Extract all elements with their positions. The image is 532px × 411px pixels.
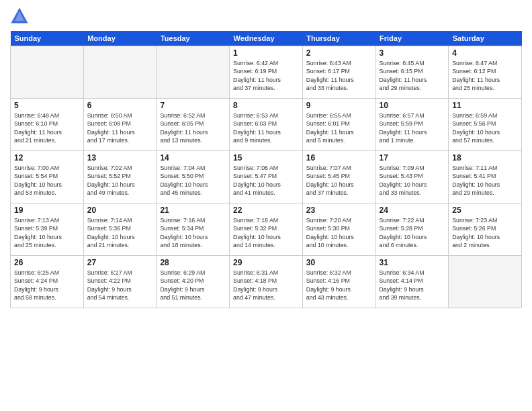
day-number: 15 [233,153,299,163]
calendar-cell: 31Sunrise: 6:34 AM Sunset: 4:14 PM Dayli… [375,256,449,308]
logo [10,7,32,26]
calendar-cell: 28Sunrise: 6:29 AM Sunset: 4:20 PM Dayli… [157,256,230,308]
calendar-cell: 6Sunrise: 6:50 AM Sunset: 6:08 PM Daylig… [83,99,157,151]
day-number: 12 [14,153,80,163]
calendar-cell: 25Sunrise: 7:23 AM Sunset: 5:26 PM Dayli… [449,203,522,256]
calendar-cell: 16Sunrise: 7:07 AM Sunset: 5:45 PM Dayli… [302,151,375,203]
calendar-cell: 5Sunrise: 6:48 AM Sunset: 6:10 PM Daylig… [11,99,84,151]
weekday-header-sunday: Sunday [11,31,84,46]
day-number: 3 [380,48,445,58]
calendar-cell [11,46,84,99]
day-number: 29 [233,258,299,267]
weekday-header-wednesday: Wednesday [230,31,303,46]
day-info: Sunrise: 6:59 AM Sunset: 5:56 PM Dayligh… [452,111,518,144]
day-info: Sunrise: 6:25 AM Sunset: 4:24 PM Dayligh… [14,269,80,302]
day-info: Sunrise: 7:04 AM Sunset: 5:50 PM Dayligh… [160,164,226,197]
day-info: Sunrise: 7:16 AM Sunset: 5:34 PM Dayligh… [160,216,226,249]
day-info: Sunrise: 6:45 AM Sunset: 6:15 PM Dayligh… [380,59,445,92]
day-info: Sunrise: 6:53 AM Sunset: 6:03 PM Dayligh… [233,111,299,144]
calendar-table: SundayMondayTuesdayWednesdayThursdayFrid… [10,31,522,308]
day-number: 6 [87,101,153,110]
day-number: 11 [452,101,518,110]
day-info: Sunrise: 7:00 AM Sunset: 5:54 PM Dayligh… [14,164,80,197]
calendar-cell: 12Sunrise: 7:00 AM Sunset: 5:54 PM Dayli… [11,151,84,203]
day-info: Sunrise: 6:52 AM Sunset: 6:05 PM Dayligh… [160,111,226,144]
header [10,7,522,26]
calendar-week-5: 26Sunrise: 6:25 AM Sunset: 4:24 PM Dayli… [11,256,522,308]
day-number: 14 [160,153,226,163]
day-number: 31 [380,258,445,267]
weekday-header-tuesday: Tuesday [157,31,230,46]
calendar-cell: 17Sunrise: 7:09 AM Sunset: 5:43 PM Dayli… [375,151,449,203]
day-number: 9 [306,101,372,110]
day-number: 24 [380,205,445,215]
day-number: 26 [14,258,80,267]
day-info: Sunrise: 6:34 AM Sunset: 4:14 PM Dayligh… [380,269,445,302]
day-info: Sunrise: 7:02 AM Sunset: 5:52 PM Dayligh… [87,164,153,197]
day-info: Sunrise: 7:13 AM Sunset: 5:39 PM Dayligh… [14,216,80,249]
day-info: Sunrise: 7:14 AM Sunset: 5:36 PM Dayligh… [87,216,153,249]
day-number: 10 [380,101,445,110]
page: SundayMondayTuesdayWednesdayThursdayFrid… [0,0,532,411]
day-info: Sunrise: 7:07 AM Sunset: 5:45 PM Dayligh… [306,164,372,197]
day-number: 25 [452,205,518,215]
calendar-cell: 13Sunrise: 7:02 AM Sunset: 5:52 PM Dayli… [83,151,157,203]
weekday-header-saturday: Saturday [449,31,522,46]
day-number: 4 [452,48,518,58]
calendar-cell: 21Sunrise: 7:16 AM Sunset: 5:34 PM Dayli… [157,203,230,256]
day-number: 21 [160,205,226,215]
day-number: 2 [306,48,372,58]
calendar-cell: 15Sunrise: 7:06 AM Sunset: 5:47 PM Dayli… [230,151,303,203]
day-info: Sunrise: 7:22 AM Sunset: 5:28 PM Dayligh… [380,216,445,249]
day-number: 18 [452,153,518,163]
day-number: 5 [14,101,80,110]
calendar-week-2: 5Sunrise: 6:48 AM Sunset: 6:10 PM Daylig… [11,99,522,151]
day-info: Sunrise: 7:23 AM Sunset: 5:26 PM Dayligh… [452,216,518,249]
day-info: Sunrise: 6:27 AM Sunset: 4:22 PM Dayligh… [87,269,153,302]
weekday-header-row: SundayMondayTuesdayWednesdayThursdayFrid… [11,31,522,46]
day-info: Sunrise: 6:47 AM Sunset: 6:12 PM Dayligh… [452,59,518,92]
calendar-cell: 4Sunrise: 6:47 AM Sunset: 6:12 PM Daylig… [449,46,522,99]
day-number: 27 [87,258,153,267]
day-info: Sunrise: 7:20 AM Sunset: 5:30 PM Dayligh… [306,216,372,249]
calendar-cell [157,46,230,99]
day-info: Sunrise: 6:48 AM Sunset: 6:10 PM Dayligh… [14,111,80,144]
day-info: Sunrise: 7:11 AM Sunset: 5:41 PM Dayligh… [452,164,518,197]
calendar-week-1: 1Sunrise: 6:42 AM Sunset: 6:19 PM Daylig… [11,46,522,99]
day-info: Sunrise: 7:09 AM Sunset: 5:43 PM Dayligh… [380,164,445,197]
day-number: 30 [306,258,372,267]
calendar-cell: 11Sunrise: 6:59 AM Sunset: 5:56 PM Dayli… [449,99,522,151]
weekday-header-thursday: Thursday [302,31,375,46]
day-info: Sunrise: 6:42 AM Sunset: 6:19 PM Dayligh… [233,59,299,92]
calendar-cell: 10Sunrise: 6:57 AM Sunset: 5:59 PM Dayli… [375,99,449,151]
calendar-cell: 2Sunrise: 6:43 AM Sunset: 6:17 PM Daylig… [302,46,375,99]
day-info: Sunrise: 6:43 AM Sunset: 6:17 PM Dayligh… [306,59,372,92]
calendar-cell: 3Sunrise: 6:45 AM Sunset: 6:15 PM Daylig… [375,46,449,99]
day-number: 1 [233,48,299,58]
day-number: 13 [87,153,153,163]
calendar-week-4: 19Sunrise: 7:13 AM Sunset: 5:39 PM Dayli… [11,203,522,256]
calendar-cell: 1Sunrise: 6:42 AM Sunset: 6:19 PM Daylig… [230,46,303,99]
day-info: Sunrise: 6:29 AM Sunset: 4:20 PM Dayligh… [160,269,226,302]
calendar-cell: 14Sunrise: 7:04 AM Sunset: 5:50 PM Dayli… [157,151,230,203]
day-number: 7 [160,101,226,110]
calendar-cell: 29Sunrise: 6:31 AM Sunset: 4:18 PM Dayli… [230,256,303,308]
calendar-cell [449,256,522,308]
day-info: Sunrise: 6:32 AM Sunset: 4:16 PM Dayligh… [306,269,372,302]
calendar-week-3: 12Sunrise: 7:00 AM Sunset: 5:54 PM Dayli… [11,151,522,203]
calendar-cell: 7Sunrise: 6:52 AM Sunset: 6:05 PM Daylig… [157,99,230,151]
day-number: 20 [87,205,153,215]
day-number: 28 [160,258,226,267]
day-number: 16 [306,153,372,163]
day-info: Sunrise: 6:50 AM Sunset: 6:08 PM Dayligh… [87,111,153,144]
calendar-cell: 27Sunrise: 6:27 AM Sunset: 4:22 PM Dayli… [83,256,157,308]
calendar-cell: 30Sunrise: 6:32 AM Sunset: 4:16 PM Dayli… [302,256,375,308]
calendar-cell: 8Sunrise: 6:53 AM Sunset: 6:03 PM Daylig… [230,99,303,151]
calendar-cell: 9Sunrise: 6:55 AM Sunset: 6:01 PM Daylig… [302,99,375,151]
weekday-header-monday: Monday [83,31,157,46]
calendar-cell: 26Sunrise: 6:25 AM Sunset: 4:24 PM Dayli… [11,256,84,308]
calendar-cell: 19Sunrise: 7:13 AM Sunset: 5:39 PM Dayli… [11,203,84,256]
calendar-cell: 20Sunrise: 7:14 AM Sunset: 5:36 PM Dayli… [83,203,157,256]
calendar-cell: 22Sunrise: 7:18 AM Sunset: 5:32 PM Dayli… [230,203,303,256]
day-info: Sunrise: 7:18 AM Sunset: 5:32 PM Dayligh… [233,216,299,249]
